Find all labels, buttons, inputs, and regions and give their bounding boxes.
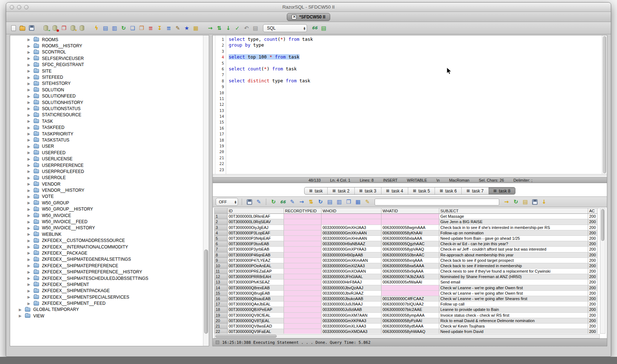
disclosure-triangle-icon[interactable]: ▶: [27, 239, 31, 243]
go-forward-icon[interactable]: →: [207, 25, 214, 32]
data-cell[interactable]: 0033000000GmXKnAAN: [322, 230, 381, 236]
disclosure-triangle-icon[interactable]: ▶: [27, 270, 31, 274]
tree-item-w50_group__history[interactable]: ▶W50_GROUP__HISTORY: [10, 206, 203, 212]
tree-item-zkfedex__shipmatepreference__history[interactable]: ▶ZKFEDEX__SHIPMATEPREFERENCE__HISTORY: [10, 269, 203, 275]
data-cell[interactable]: 00T3000000P3tuvEAB: [228, 241, 284, 247]
table-row[interactable]: 1200T3000000PRR8rEAH0033000000JFhGlAAL00…: [215, 274, 600, 280]
editor-hscrollbar[interactable]: [213, 174, 607, 177]
data-cell[interactable]: 0033000000GmXKPAA3: [322, 318, 381, 324]
tab-close-icon[interactable]: ⊠: [466, 188, 470, 193]
disclosure-triangle-icon[interactable]: ▶: [27, 176, 31, 180]
data-cell[interactable]: 200: [588, 219, 597, 225]
data-cell[interactable]: [284, 302, 322, 307]
tree-item-userfeed[interactable]: ▶USERFEED: [10, 150, 203, 156]
tree-item-rooms__history[interactable]: ▶ROOMS__HISTORY: [10, 43, 203, 49]
tab-close-icon[interactable]: ⊠: [440, 188, 443, 193]
tree-item-sitefeed[interactable]: ▶SITEFEED: [10, 74, 203, 80]
tree-item-sfdc_registrant[interactable]: ▶SFDC_REGISTRANT: [10, 62, 203, 68]
title-bar[interactable]: RazorSQL - SFDCW50 II: [6, 3, 611, 12]
data-cell[interactable]: 0033000000Ju9J9AAJ: [322, 302, 381, 307]
data-cell[interactable]: 00630000007A3bZAAS: [381, 274, 439, 280]
tree-item-zkfedex__shipmatepreference[interactable]: ▶ZKFEDEX__SHIPMATEPREFERENCE: [10, 263, 203, 269]
row-number-cell[interactable]: 17: [215, 302, 228, 307]
row-number-cell[interactable]: 9: [215, 258, 228, 263]
data-cell[interactable]: 006300000058yhWAAQ: [381, 329, 439, 334]
data-cell[interactable]: [284, 307, 322, 312]
tree-item-rooms[interactable]: ▶ROOMS: [10, 36, 203, 43]
tree-item-zkfedex__customaddresssource[interactable]: ▶ZKFEDEX__CUSTOMADDRESSSOURCE: [10, 238, 203, 244]
data-cell[interactable]: 0033000000JFhGlAAL: [322, 274, 381, 280]
rollback-icon[interactable]: ↶: [243, 25, 250, 32]
row-number-cell[interactable]: 5: [215, 236, 228, 241]
data-cell[interactable]: 006300000058ympAAA: [381, 313, 439, 318]
column-header-ac[interactable]: AC: [588, 208, 597, 214]
data-cell[interactable]: 00T3000000L0RknEAF: [228, 214, 284, 219]
mode-select[interactable]: SQL ▲▼: [263, 24, 307, 32]
grid-vscrollbar[interactable]: [600, 208, 605, 334]
data-cell[interactable]: Check w/ Leanne - we're going after Owen…: [439, 285, 588, 291]
results-search-input[interactable]: [375, 199, 499, 205]
data-cell[interactable]: 200: [588, 318, 597, 324]
form-view-icon[interactable]: ▥: [336, 198, 343, 205]
disclosure-triangle-icon[interactable]: ▶: [27, 182, 31, 186]
tree-item-zkfedex__package[interactable]: ▶ZKFEDEX__PACKAGE: [10, 250, 203, 256]
table-row[interactable]: 1100T3000000PREZaEAP0033000000GmXOiAAN00…: [215, 269, 600, 274]
data-cell[interactable]: Invoice status check - check w/ RS first: [439, 313, 588, 318]
edit-cell-icon[interactable]: ✎: [289, 198, 296, 205]
tree-item-userrole[interactable]: ▶USERROLE: [10, 175, 203, 181]
data-cell[interactable]: Check w/ Leanne - we're going after Owen…: [439, 291, 588, 296]
tree-item-vendor[interactable]: ▶VENDOR: [10, 181, 203, 187]
data-cell[interactable]: 0033000000GmXKmAAN: [322, 258, 381, 263]
disclosure-triangle-icon[interactable]: ▶: [27, 213, 31, 217]
data-cell[interactable]: 200: [588, 296, 597, 302]
commit-check-icon[interactable]: ✓: [234, 25, 241, 32]
data-cell[interactable]: Check-in w/ Jeff - couldn't afford last …: [439, 247, 588, 252]
disconnect-db-icon[interactable]: ●: [51, 25, 59, 32]
data-cell[interactable]: Check w/ Leanne - we're going after Shea…: [439, 296, 588, 302]
row-list-icon[interactable]: ≡: [147, 25, 154, 32]
execute-sql-icon[interactable]: ϟ: [93, 25, 100, 32]
row-number-cell[interactable]: 18: [215, 307, 228, 312]
result-tab-task-6[interactable]: ⊠task 6: [435, 187, 461, 194]
data-cell[interactable]: 00T3000000P3yrbEAB: [228, 247, 284, 252]
disclosure-triangle-icon[interactable]: ▶: [27, 38, 31, 42]
insert-row-icon[interactable]: →: [298, 198, 305, 205]
schema-tree-panel[interactable]: ▶ROOMS▶ROOMS__HISTORY▶SCONTROL▶SELFSERVI…: [10, 35, 209, 346]
result-tab-task[interactable]: ⊠task: [305, 187, 327, 194]
data-cell[interactable]: 00T3000000OiyJgEAJ: [228, 225, 284, 230]
data-cell[interactable]: 200: [588, 225, 597, 230]
tree-item-view[interactable]: ▶VIEW: [10, 313, 203, 319]
panel-splitter[interactable]: [209, 35, 212, 346]
editor-vscrollbar-thumb[interactable]: [603, 36, 606, 173]
data-cell[interactable]: Get Massage: [439, 214, 588, 219]
favorites-star-icon[interactable]: ★: [183, 25, 190, 32]
disclosure-triangle-icon[interactable]: ▶: [27, 126, 31, 130]
data-cell[interactable]: [322, 214, 381, 219]
disclosure-triangle-icon[interactable]: ▶: [27, 289, 31, 293]
data-cell[interactable]: Follow up call: [439, 302, 588, 307]
data-cell[interactable]: 0033000000JbvQzAAJ: [322, 285, 381, 291]
table-row[interactable]: 1400T3000000Q8rexEAB0033000000JbvQzAAJCh…: [215, 285, 600, 291]
data-cell[interactable]: [284, 263, 322, 269]
data-cell[interactable]: 200: [588, 258, 597, 263]
data-cell[interactable]: 00T3000000Q8sauEAB: [228, 296, 284, 302]
table-row[interactable]: 1700T3000000QAeJbEAL0033000000Ju9J9AAJ00…: [215, 302, 600, 307]
disclosure-triangle-icon[interactable]: ▶: [27, 245, 31, 249]
tree-item-global-temporary[interactable]: ▶GLOBAL TEMPORARY: [10, 307, 203, 313]
save-icon[interactable]: [28, 25, 35, 32]
data-cell[interactable]: [284, 247, 322, 252]
row-number-cell[interactable]: 2: [215, 219, 228, 225]
result-tab-task-2[interactable]: ⊠task 2: [327, 187, 354, 194]
tree-item-staticresource[interactable]: ▶STATICRESOURCE: [10, 112, 203, 118]
tab-close-icon[interactable]: ⊠: [332, 188, 336, 193]
sort-icon[interactable]: ⇅: [307, 198, 315, 205]
data-cell[interactable]: 006300000058yKhAAI: [381, 230, 439, 236]
data-cell[interactable]: [381, 285, 439, 291]
grid-hscrollbar[interactable]: [214, 334, 600, 338]
disclosure-triangle-icon[interactable]: ▶: [27, 144, 31, 148]
disclosure-triangle-icon[interactable]: ▶: [27, 113, 31, 117]
results-list-icon[interactable]: ▤: [320, 25, 327, 32]
data-cell[interactable]: 00T3000000L0RqSEAV: [228, 219, 284, 225]
data-cell[interactable]: 00T3000000P46qnEAB: [228, 252, 284, 258]
table-row[interactable]: 100T3000000L0RknEAFGet Massage200: [215, 214, 600, 219]
